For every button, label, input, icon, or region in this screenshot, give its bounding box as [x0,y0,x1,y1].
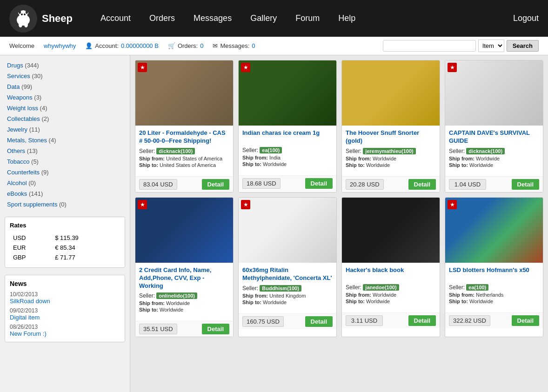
ship-from: Ship from: Worldwide [139,300,229,306]
logout-button[interactable]: Logout [513,13,539,23]
product-seller: Seller: dicknack(100) [449,148,539,154]
product-grid: ★ 20 Liter - Formaldehyde - CAS # 50-00-… [135,60,543,337]
product-image [135,60,233,126]
detail-button[interactable]: Detail [408,179,436,190]
seller-label: Seller: [242,285,258,292]
sidebar-category-services[interactable]: Services (30) [5,71,125,81]
main-layout: Drugs (344)Services (30)Data (99)Weapons… [0,55,548,392]
account-value[interactable]: 0.00000000 B [121,42,159,49]
account-icon: 👤 [85,42,93,49]
account-label: Account: [95,42,119,49]
detail-button[interactable]: Detail [408,315,436,326]
product-seller: Seller: dicknack(100) [139,148,229,154]
seller-badge[interactable]: ea(100) [260,147,282,153]
product-title: The Hoover Snuff Snorter (gold) [346,129,436,145]
seller-badge[interactable]: jeremymathieu(100) [363,148,415,154]
product-body: LSD blotters Hofmann's x50 Seller: ea(10… [445,263,543,309]
detail-button[interactable]: Detail [305,178,333,189]
rate-value: € 85.34 [53,243,119,252]
sidebar-category-tobacco[interactable]: Tobacco (5) [5,156,125,167]
username-link[interactable]: whywhywhy [44,42,76,49]
search-type-select[interactable]: Item [478,40,504,52]
product-title: 60x36mg Ritalin Methylphenidate, 'Concer… [242,266,333,282]
product-card: ★ 20 Liter - Formaldehyde - CAS # 50-00-… [135,60,234,193]
detail-button[interactable]: Detail [512,315,539,326]
messages-value[interactable]: 0 [252,42,255,49]
rate-currency: USD [11,233,52,242]
product-body: The Hoover Snuff Snorter (gold) Seller: … [342,126,440,173]
detail-button[interactable]: Detail [512,179,539,190]
product-image [342,198,440,263]
sidebar-category-sport-supplements[interactable]: Sport supplements (0) [5,199,125,210]
news-date: 08/26/2013 [10,324,120,330]
seller-badge[interactable]: janedoe(100) [363,284,399,291]
product-price: 18.68 USD [242,178,281,189]
nav-messages[interactable]: Messages [184,9,241,28]
sidebar-category-weapons[interactable]: Weapons (3) [5,92,125,103]
detail-button[interactable]: Detail [202,179,229,190]
sidebar-category-others[interactable]: Others (13) [5,146,125,156]
subheader: Welcome whywhywhy 👤 Account: 0.00000000 … [0,37,548,55]
ship-to: Ship to: Worldwide [242,299,333,305]
seller-badge[interactable]: Buddhism(100) [260,285,301,292]
orders-label: Orders: [178,42,198,49]
product-card: The Hoover Snuff Snorter (gold) Seller: … [341,60,440,193]
detail-button[interactable]: Detail [202,324,229,334]
svg-point-6 [21,13,23,15]
sidebar-category-alcohol[interactable]: Alcohol (0) [5,178,125,188]
sidebar-category-metals--stones[interactable]: Metals, Stones (4) [5,135,125,146]
detail-button[interactable]: Detail [305,316,333,327]
news-date: 10/02/2013 [10,291,120,298]
product-body: CAPTAIN DAVE's SURVIVAL GUIDE Seller: di… [445,126,543,173]
product-seller: Seller: janedoe(100) [346,284,436,291]
product-card: ★ LSD blotters Hofmann's x50 Seller: ea(… [445,197,543,338]
seller-label: Seller: [449,284,465,291]
search-button[interactable]: Search [507,40,539,52]
product-image [342,60,440,126]
ship-from: Ship from: Worldwide [449,156,539,161]
seller-badge[interactable]: dicknack(100) [156,148,195,154]
ship-to: Ship to: Worldwide [242,161,333,167]
product-title: 20 Liter - Formaldehyde - CAS # 50-00-0-… [139,129,229,145]
category-list: Drugs (344)Services (30)Data (99)Weapons… [5,60,125,210]
sidebar-category-ebooks[interactable]: eBooks (141) [5,188,125,199]
ship-from: Ship from: United Kingdom [242,293,333,299]
nav-orders[interactable]: Orders [140,9,184,28]
account-info: 👤 Account: 0.00000000 B [85,42,159,49]
featured-badge: ★ [138,200,147,209]
product-price: 1.04 USD [449,179,486,190]
product-title: Hacker's black book [346,266,436,281]
sidebar-category-jewelry[interactable]: Jewelry (11) [5,124,125,135]
news-link[interactable]: New Forum :) [10,330,120,337]
seller-label: Seller: [449,148,465,154]
svg-point-8 [19,22,22,27]
orders-info: 🛒 Orders: 0 [168,42,204,49]
seller-badge[interactable]: ea(100) [466,284,488,291]
product-body: Hacker's black book Seller: janedoe(100)… [342,263,440,309]
product-footer: 1.04 USD Detail [445,176,543,192]
ship-from: Ship from: Worldwide [346,292,436,298]
nav-help[interactable]: Help [329,9,365,28]
seller-badge[interactable]: dicknack(100) [466,148,505,154]
news-link[interactable]: SilkRoad down [10,298,120,305]
sidebar-category-drugs[interactable]: Drugs (344) [5,60,125,71]
ship-to: Ship to: United States of America [139,162,229,168]
sidebar-category-weight-loss[interactable]: Weight loss (4) [5,103,125,113]
rates-table: USD$ 115.39EUR€ 85.34GBP£ 71.77 [10,233,120,263]
news-link[interactable]: Digital item [10,314,120,321]
sidebar-category-data[interactable]: Data (99) [5,81,125,92]
nav-gallery[interactable]: Gallery [241,9,286,28]
ship-to: Ship to: Worldwide [449,162,539,168]
orders-value[interactable]: 0 [200,42,203,49]
seller-badge[interactable]: onlinelido(100) [156,292,197,299]
svg-point-9 [24,22,28,27]
product-image [239,198,336,263]
search-input[interactable] [383,40,476,52]
seller-label: Seller: [139,148,155,154]
product-seller: Seller: Buddhism(100) [242,285,333,292]
sidebar-category-counterfeits[interactable]: Counterfeits (9) [5,167,125,178]
nav-forum[interactable]: Forum [286,9,329,28]
nav-account[interactable]: Account [91,9,140,28]
rate-value: $ 115.39 [53,233,119,242]
sidebar-category-collectables[interactable]: Collectables (2) [5,113,125,124]
